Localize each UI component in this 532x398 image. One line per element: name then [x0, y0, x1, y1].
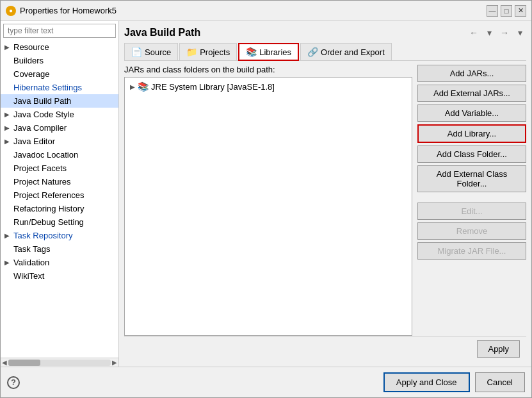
apply-button[interactable]: Apply: [477, 340, 520, 358]
help-button[interactable]: ?: [7, 376, 20, 389]
jar-expand-icon: ▶: [130, 83, 135, 90]
jar-list[interactable]: ▶ 📚 JRE System Library [JavaSE-1.8]: [124, 77, 412, 336]
sidebar-item-task-tags[interactable]: Task Tags: [1, 242, 118, 256]
title-bar: ● Properties for Homework5 — □ ✕: [1, 1, 531, 21]
jar-item-jre[interactable]: ▶ 📚 JRE System Library [JavaSE-1.8]: [127, 80, 409, 93]
expand-arrow-resource: ▶: [4, 44, 10, 51]
tab-order-export[interactable]: 🔗 Order and Export: [300, 43, 392, 60]
sidebar-item-java-build-path[interactable]: Java Build Path: [1, 94, 118, 108]
sidebar-item-resource[interactable]: ▶ Resource: [1, 40, 118, 54]
tab-projects[interactable]: 📁 Projects: [179, 43, 237, 60]
edit-button[interactable]: Edit...: [417, 203, 526, 220]
sidebar-item-project-facets[interactable]: Project Facets: [1, 162, 118, 175]
sidebar-label-builders: Builders: [13, 56, 44, 65]
migrate-jar-button[interactable]: Migrate JAR File...: [417, 242, 526, 260]
add-variable-button[interactable]: Add Variable...: [417, 104, 526, 122]
nav-arrows: ← ▾ → ▾: [467, 26, 526, 39]
scroll-left-arrow[interactable]: ◀: [2, 359, 7, 366]
properties-window: ● Properties for Homework5 — □ ✕ ▶ Resou…: [0, 0, 532, 398]
sidebar-label-run-debug: Run/Debug Setting: [13, 217, 84, 227]
source-tab-icon: 📄: [131, 47, 142, 57]
add-class-folder-button[interactable]: Add Class Folder...: [417, 145, 526, 163]
maximize-button[interactable]: □: [501, 5, 512, 17]
add-library-button[interactable]: Add Library...: [417, 124, 526, 143]
sidebar-label-java-code-style: Java Code Style: [13, 110, 74, 119]
sidebar-label-project-references: Project References: [13, 190, 85, 200]
sidebar-label-resource: Resource: [13, 42, 49, 52]
sidebar-item-java-code-style[interactable]: ▶ Java Code Style: [1, 108, 118, 121]
bottom-bar: Apply: [124, 336, 526, 361]
nav-forward-button[interactable]: →: [498, 26, 511, 39]
expand-arrow-java-compiler: ▶: [4, 124, 10, 131]
sidebar-item-task-repository[interactable]: ▶ Task Repository: [1, 229, 118, 242]
sidebar-label-java-build-path: Java Build Path: [13, 96, 71, 106]
apply-close-button[interactable]: Apply and Close: [383, 372, 470, 392]
tab-bar: 📄 Source 📁 Projects 📚 Libraries 🔗 Order …: [124, 43, 526, 61]
tab-libraries[interactable]: 📚 Libraries: [238, 43, 299, 61]
sidebar-label-coverage: Coverage: [13, 69, 49, 79]
sidebar-item-run-debug[interactable]: Run/Debug Setting: [1, 215, 118, 229]
jar-section-label: JARs and class folders on the build path…: [124, 65, 412, 74]
filter-input[interactable]: [3, 24, 116, 38]
libraries-tab-icon: 📚: [246, 47, 257, 57]
jar-item-label: JRE System Library [JavaSE-1.8]: [151, 82, 275, 92]
expand-arrow-task-repository: ▶: [4, 232, 10, 239]
sidebar-label-validation: Validation: [13, 258, 49, 267]
scroll-right-arrow[interactable]: ▶: [112, 359, 117, 366]
right-panel: Java Build Path ← ▾ → ▾ 📄 Source 📁 Proje…: [119, 21, 531, 367]
footer-bar: ? Apply and Close Cancel: [1, 367, 531, 397]
nav-dropdown-back[interactable]: ▾: [483, 26, 496, 39]
panel-title: Java Build Path: [124, 27, 200, 38]
tab-projects-label: Projects: [200, 47, 230, 57]
sidebar-item-coverage[interactable]: Coverage: [1, 67, 118, 81]
sidebar-item-wikitext[interactable]: WikiText: [1, 269, 118, 283]
sidebar-label-project-facets: Project Facets: [13, 163, 67, 173]
sidebar-scrollbar[interactable]: ◀ ▶: [1, 358, 118, 367]
sidebar-label-hibernate: Hibernate Settings: [13, 83, 82, 92]
sidebar-label-javadoc-location: Javadoc Location: [13, 150, 78, 160]
window-icon: ●: [6, 6, 16, 16]
add-jars-button[interactable]: Add JARs...: [417, 65, 526, 82]
sidebar-label-refactoring-history: Refactoring History: [13, 204, 85, 213]
nav-dropdown-forward[interactable]: ▾: [513, 26, 526, 39]
sidebar-item-project-references[interactable]: Project References: [1, 188, 118, 202]
sidebar-item-validation[interactable]: ▶ Validation: [1, 256, 118, 269]
jar-library-icon: 📚: [138, 81, 149, 92]
panel-body: JARs and class folders on the build path…: [124, 65, 526, 336]
add-external-class-folder-button[interactable]: Add External Class Folder...: [417, 165, 526, 192]
sidebar-item-java-compiler[interactable]: ▶ Java Compiler: [1, 121, 118, 135]
remove-button[interactable]: Remove: [417, 222, 526, 240]
sidebar-label-task-repository: Task Repository: [13, 231, 72, 240]
tab-source[interactable]: 📄 Source: [124, 43, 178, 60]
panel-header: Java Build Path ← ▾ → ▾: [124, 26, 526, 39]
button-spacer: [417, 195, 526, 200]
close-button[interactable]: ✕: [515, 5, 526, 17]
h-scroll-thumb[interactable]: [8, 360, 40, 366]
cancel-button[interactable]: Cancel: [475, 372, 525, 392]
footer-right: Apply and Close Cancel: [383, 372, 525, 392]
expand-arrow-validation: ▶: [4, 259, 10, 266]
nav-back-button[interactable]: ←: [467, 26, 480, 39]
sidebar-label-java-compiler: Java Compiler: [13, 123, 67, 133]
sidebar: ▶ Resource Builders Coverage Hibernate S…: [1, 21, 119, 367]
footer-left: ?: [7, 376, 20, 389]
sidebar-item-hibernate[interactable]: Hibernate Settings: [1, 81, 118, 94]
action-buttons: Add JARs... Add External JARs... Add Var…: [417, 65, 526, 336]
sidebar-item-java-editor[interactable]: ▶ Java Editor: [1, 135, 118, 148]
projects-tab-icon: 📁: [186, 47, 197, 57]
h-scroll-track[interactable]: [8, 360, 111, 366]
sidebar-list: ▶ Resource Builders Coverage Hibernate S…: [1, 40, 118, 358]
minimize-button[interactable]: —: [487, 5, 498, 17]
sidebar-item-project-natures[interactable]: Project Natures: [1, 175, 118, 188]
jar-section: JARs and class folders on the build path…: [124, 65, 412, 336]
expand-arrow-java-code-style: ▶: [4, 111, 10, 118]
add-external-jars-button[interactable]: Add External JARs...: [417, 85, 526, 102]
sidebar-label-wikitext: WikiText: [13, 271, 44, 281]
order-export-tab-icon: 🔗: [307, 47, 318, 57]
sidebar-label-task-tags: Task Tags: [13, 244, 51, 254]
sidebar-item-builders[interactable]: Builders: [1, 54, 118, 67]
sidebar-item-refactoring-history[interactable]: Refactoring History: [1, 202, 118, 215]
sidebar-item-javadoc-location[interactable]: Javadoc Location: [1, 148, 118, 162]
expand-arrow-java-editor: ▶: [4, 138, 10, 145]
window-title: Properties for Homework5: [20, 6, 117, 15]
